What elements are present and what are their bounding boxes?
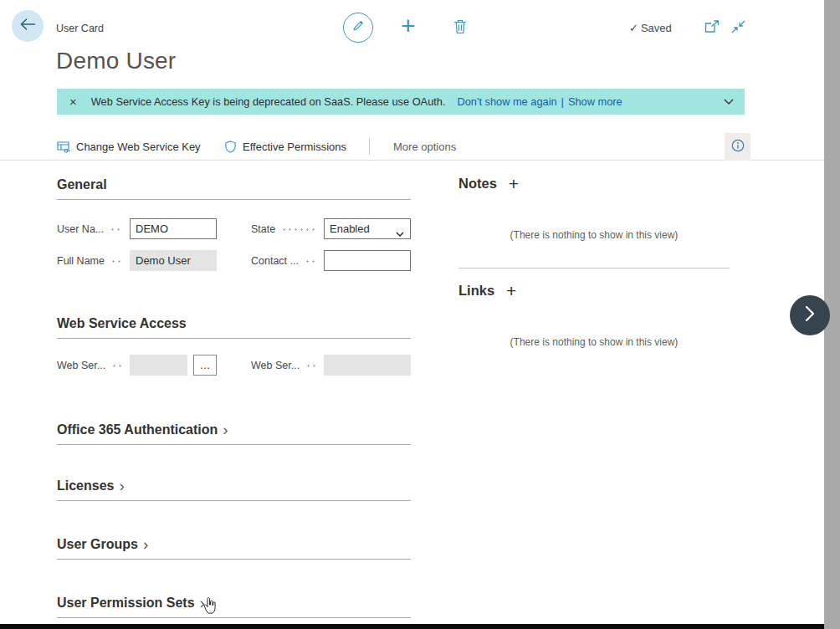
banner-dismiss-link[interactable]: Don't show me again xyxy=(458,95,557,108)
banner-show-more-link[interactable]: Show more xyxy=(568,95,622,108)
collapse-window-button[interactable] xyxy=(731,20,745,37)
section-office365-authentication[interactable]: Office 365 Authentication › xyxy=(57,422,411,445)
pencil-icon xyxy=(351,19,365,36)
factbox-divider xyxy=(458,268,730,268)
change-web-service-key-action[interactable]: Change Web Service Key xyxy=(57,133,201,160)
effective-permissions-label: Effective Permissions xyxy=(243,141,346,153)
chevron-right-icon: › xyxy=(223,424,228,436)
plus-icon: + xyxy=(401,12,416,39)
section-user-permission-sets-label: User Permission Sets xyxy=(57,596,195,611)
section-user-permission-sets[interactable]: User Permission Sets › xyxy=(57,596,411,618)
expand-factbox-button[interactable] xyxy=(790,295,830,335)
state-value: Enabled xyxy=(330,222,370,235)
back-button[interactable] xyxy=(12,10,44,42)
user-name-label: User Na... xyxy=(57,218,127,239)
trash-icon xyxy=(453,23,467,37)
open-in-new-window-icon xyxy=(704,22,720,36)
select-caret-icon xyxy=(396,227,404,239)
contact-email-label: Contact ... xyxy=(251,250,321,271)
notes-heading: Notes xyxy=(458,176,497,192)
more-options-label: More options xyxy=(393,141,456,153)
bottom-edge-bar xyxy=(0,624,824,629)
info-icon xyxy=(730,138,745,156)
permissions-shield-icon xyxy=(224,141,237,153)
section-office365-label: Office 365 Authentication xyxy=(57,422,218,437)
contact-email-field[interactable] xyxy=(324,250,411,271)
notes-factbox-header: Notes + xyxy=(458,176,519,192)
links-empty-message: (There is nothing to show in this view) xyxy=(458,336,730,348)
breadcrumb-page-type: User Card xyxy=(56,23,104,34)
info-button[interactable] xyxy=(725,133,750,161)
chevron-right-icon: › xyxy=(200,597,205,609)
banner-message: Web Service Access Key is being deprecat… xyxy=(91,95,446,108)
section-licenses[interactable]: Licenses › xyxy=(57,478,411,501)
open-in-new-window-button[interactable] xyxy=(704,20,720,37)
banner-expand-button[interactable] xyxy=(724,99,734,105)
full-name-field[interactable] xyxy=(130,250,217,271)
section-general[interactable]: General xyxy=(57,177,411,200)
state-select[interactable]: Enabled xyxy=(324,218,411,239)
ellipsis-icon: … xyxy=(200,359,211,371)
section-user-groups-label: User Groups xyxy=(57,537,138,552)
section-user-groups[interactable]: User Groups › xyxy=(57,537,411,560)
delete-button[interactable] xyxy=(453,19,467,38)
user-card-window: User Card + ✓ Saved Demo User × Web Serv… xyxy=(0,0,840,629)
section-web-service-access[interactable]: Web Service Access xyxy=(57,316,411,339)
banner-link-separator: | xyxy=(561,95,564,108)
add-note-button[interactable]: + xyxy=(509,176,519,192)
state-label: State xyxy=(251,218,321,239)
chevron-down-icon xyxy=(724,99,734,105)
check-icon: ✓ xyxy=(629,22,638,34)
add-link-button[interactable]: + xyxy=(506,284,516,299)
web-service-key-icon xyxy=(57,141,70,153)
change-web-service-key-label: Change Web Service Key xyxy=(76,141,201,153)
links-heading: Links xyxy=(458,283,494,299)
notification-banner: × Web Service Access Key is being deprec… xyxy=(57,89,745,115)
web-service-expiry-field[interactable] xyxy=(324,355,411,376)
more-options-button[interactable]: More options xyxy=(393,133,456,160)
effective-permissions-action[interactable]: Effective Permissions xyxy=(224,133,346,160)
chevron-right-icon: › xyxy=(119,480,124,492)
full-name-label: Full Name xyxy=(57,250,127,271)
page-title: Demo User xyxy=(56,47,176,75)
save-status: ✓ Saved xyxy=(629,22,672,34)
assist-edit-button[interactable]: … xyxy=(193,355,217,376)
section-general-label: General xyxy=(57,177,107,192)
links-factbox-header: Links + xyxy=(458,283,516,299)
collapse-arrows-icon xyxy=(731,22,745,36)
web-service-expiry-label: Web Ser... xyxy=(251,355,321,376)
chevron-right-icon xyxy=(805,305,815,325)
back-arrow-icon xyxy=(19,18,36,34)
save-status-label: Saved xyxy=(641,22,672,34)
action-bar: Change Web Service Key Effective Permiss… xyxy=(0,133,840,161)
banner-close-icon[interactable]: × xyxy=(69,95,77,108)
section-licenses-label: Licenses xyxy=(57,478,114,493)
user-name-field[interactable] xyxy=(130,218,217,239)
action-bar-divider xyxy=(369,138,370,155)
new-button[interactable]: + xyxy=(401,12,416,40)
section-web-service-access-label: Web Service Access xyxy=(57,316,187,331)
edit-button[interactable] xyxy=(343,13,373,43)
web-service-key-field[interactable] xyxy=(130,355,187,376)
web-service-key-label: Web Ser... xyxy=(57,355,127,376)
notes-empty-message: (There is nothing to show in this view) xyxy=(458,229,730,241)
chevron-right-icon: › xyxy=(143,539,148,550)
